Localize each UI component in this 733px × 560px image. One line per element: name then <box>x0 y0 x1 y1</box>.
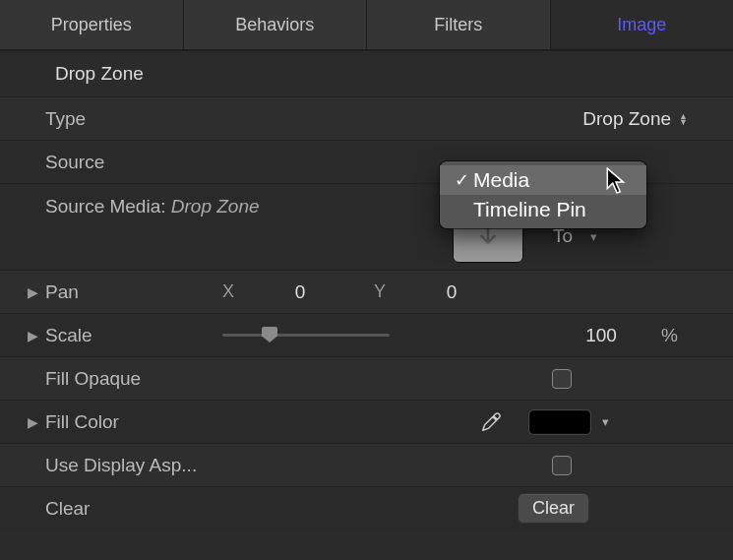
source-option-media[interactable]: ✓ Media <box>440 165 646 195</box>
tab-filters[interactable]: Filters <box>367 0 551 49</box>
fill-color-disclosure[interactable]: ▶ <box>28 414 45 430</box>
pan-y-field[interactable]: 0 <box>397 281 506 303</box>
type-label: Type <box>45 108 222 130</box>
updown-icon: ▲▼ <box>679 113 688 125</box>
chevron-down-icon[interactable]: ▾ <box>602 414 609 429</box>
row-scale: ▶ Scale 100 % <box>0 313 733 356</box>
tab-image-label: Image <box>617 15 666 35</box>
scale-value-field[interactable]: 100 <box>547 325 655 346</box>
fill-opaque-label: Fill Opaque <box>45 368 340 390</box>
inspector-tab-bar: Properties Behaviors Filters Image <box>0 0 733 49</box>
fill-color-well[interactable] <box>529 410 590 434</box>
pan-label: Pan <box>45 281 222 303</box>
type-value: Drop Zone <box>582 108 671 130</box>
row-use-display-aspect: Use Display Asp... <box>0 443 733 486</box>
row-type: Type Drop Zone ▲▼ <box>0 96 733 140</box>
pan-y-label: Y <box>374 281 397 302</box>
tab-behaviors[interactable]: Behaviors <box>184 0 368 49</box>
source-media-label: Source Media: Drop Zone <box>45 194 260 218</box>
clear-button[interactable]: Clear <box>518 493 589 524</box>
source-option-timeline-pin[interactable]: Timeline Pin <box>440 195 646 224</box>
scale-slider-thumb[interactable] <box>262 327 277 342</box>
pan-x-field[interactable]: 0 <box>246 281 354 303</box>
pan-disclosure[interactable]: ▶ <box>28 284 45 300</box>
scale-slider[interactable] <box>222 334 390 337</box>
section-header: Drop Zone <box>0 51 733 96</box>
source-media-prefix: Source Media: <box>45 196 171 217</box>
source-media-value: Drop Zone <box>171 196 260 217</box>
checkmark-icon: ✓ <box>450 169 473 191</box>
row-fill-opaque: Fill Opaque <box>0 356 733 400</box>
tab-filters-label: Filters <box>434 15 482 35</box>
use-display-aspect-checkbox[interactable] <box>552 456 572 475</box>
chevron-down-icon: ▾ <box>590 229 597 244</box>
section-title: Drop Zone <box>55 63 144 84</box>
row-clear: Clear Clear <box>0 486 733 529</box>
row-pan: ▶ Pan X 0 Y 0 <box>0 270 733 313</box>
clear-label: Clear <box>45 498 222 520</box>
clear-button-label: Clear <box>532 498 575 518</box>
row-fill-color: ▶ Fill Color ▾ <box>0 400 733 443</box>
to-label: To <box>553 225 573 247</box>
eyedropper-icon[interactable] <box>480 411 502 433</box>
tab-properties-label: Properties <box>51 15 132 35</box>
pan-x-label: X <box>222 281 246 302</box>
use-display-aspect-label: Use Display Asp... <box>45 455 340 476</box>
source-dropdown[interactable]: ✓ Media Timeline Pin <box>440 161 646 228</box>
fill-opaque-checkbox[interactable] <box>552 369 572 389</box>
scale-disclosure[interactable]: ▶ <box>28 328 45 343</box>
to-popup[interactable]: To ▾ <box>553 225 597 247</box>
source-label: Source <box>45 152 222 173</box>
tab-properties[interactable]: Properties <box>0 0 184 49</box>
scale-label: Scale <box>45 325 222 346</box>
source-option-media-label: Media <box>473 168 529 192</box>
fill-color-label: Fill Color <box>45 411 222 433</box>
tab-image[interactable]: Image <box>551 0 734 49</box>
tab-behaviors-label: Behaviors <box>235 15 314 35</box>
type-popup[interactable]: Drop Zone ▲▼ <box>582 108 717 130</box>
source-option-timeline-pin-label: Timeline Pin <box>473 198 586 221</box>
scale-unit: % <box>661 325 678 346</box>
